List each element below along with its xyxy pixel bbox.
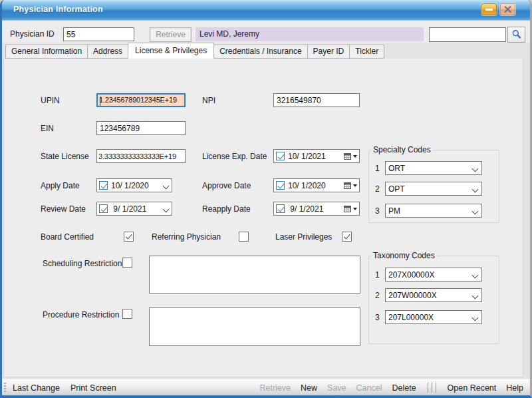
apply-date-value: 10/ 1/2020 <box>111 181 162 190</box>
board-certified-label: Board Certified <box>41 232 94 242</box>
license-exp-date-value: 10/ 1/2021 <box>288 152 344 161</box>
taxonomy-1-dropdown[interactable]: 207X00000X <box>385 268 482 282</box>
dropdown-arrow-icon <box>353 208 357 210</box>
save-button[interactable]: Save <box>327 383 346 393</box>
laser-privileges-checkbox[interactable] <box>342 232 352 242</box>
apply-date-checkbox[interactable] <box>99 181 108 190</box>
review-date-value: 9/ 1/2021 <box>111 204 162 214</box>
help-button[interactable]: Help <box>506 383 523 393</box>
ein-label: EIN <box>41 124 54 133</box>
reapply-date-label: Reapply Date <box>202 204 251 214</box>
search-button[interactable] <box>507 27 525 43</box>
license-exp-date-checkbox[interactable] <box>276 152 285 160</box>
tab-payer-id[interactable]: Payer ID <box>307 45 350 59</box>
physician-id-input[interactable] <box>63 27 134 41</box>
approve-date-picker[interactable]: 10/ 1/2020 <box>273 178 360 192</box>
approve-date-label: Approve Date <box>202 181 251 190</box>
tab-tickler[interactable]: Tickler <box>349 45 384 59</box>
chevron-down-icon <box>471 314 478 321</box>
tab-general-information[interactable]: General Information <box>5 45 88 59</box>
search-icon <box>511 29 522 40</box>
upin-input[interactable]: 1.23456789012345E+19 <box>96 93 186 107</box>
minimize-button[interactable] <box>481 3 497 15</box>
chevron-down-icon <box>471 165 478 172</box>
chevron-down-icon <box>471 292 478 299</box>
specialty-3-dropdown[interactable]: PM <box>385 204 482 218</box>
taxonomy-2-dropdown[interactable]: 207W00000X <box>385 288 482 302</box>
state-license-input[interactable] <box>96 149 186 163</box>
tab-license-privileges[interactable]: License & Privileges <box>128 43 214 59</box>
apply-date-picker[interactable]: 10/ 1/2020 <box>96 178 172 192</box>
upin-label: UPIN <box>41 96 60 105</box>
toolbar-grip[interactable] <box>4 383 6 393</box>
scheduling-restriction-checkbox[interactable] <box>122 258 132 268</box>
specialty-2-dropdown[interactable]: OPT <box>385 182 482 196</box>
ein-input[interactable] <box>96 121 186 135</box>
tab-address[interactable]: Address <box>87 45 128 59</box>
chevron-down-icon <box>471 208 478 214</box>
review-date-picker[interactable]: 9/ 1/2021 <box>96 202 172 216</box>
taxonomy-2-number: 2 <box>375 291 380 300</box>
tab-credentials-insurance[interactable]: Credentials / Insurance <box>213 45 307 59</box>
delete-button[interactable]: Delete <box>392 383 416 393</box>
reapply-date-checkbox[interactable] <box>276 204 285 213</box>
apply-date-label: Apply Date <box>41 181 80 190</box>
license-privileges-panel: UPIN 1.23456789012345E+19 NPI EIN State … <box>3 59 523 377</box>
calendar-icon <box>344 153 351 160</box>
close-button[interactable] <box>500 3 515 15</box>
reapply-date-picker[interactable]: 9/ 1/2021 <box>273 202 360 216</box>
header-bar: Physician ID Retrieve Levi MD, Jeremy <box>2 21 530 43</box>
last-change-button[interactable]: Last Change <box>13 383 60 393</box>
board-certified-checkbox[interactable] <box>124 232 134 242</box>
referring-physician-checkbox[interactable] <box>239 232 249 242</box>
referring-physician-label: Referring Physician <box>152 232 221 242</box>
physician-id-label: Physician ID <box>10 29 55 39</box>
license-exp-date-label: License Exp. Date <box>202 152 267 161</box>
physician-name-display: Levi MD, Jeremy <box>196 27 424 41</box>
procedure-restriction-textarea[interactable] <box>149 307 360 346</box>
approve-date-value: 10/ 1/2020 <box>288 181 344 190</box>
procedure-restriction-checkbox[interactable] <box>122 309 132 319</box>
cancel-button[interactable]: Cancel <box>356 383 382 393</box>
scheduling-restriction-label: Scheduling Restriction <box>43 259 122 268</box>
state-license-label: State License <box>41 152 89 161</box>
minimize-icon <box>485 9 493 11</box>
taxonomy-3-dropdown[interactable]: 207L00000X <box>385 310 482 324</box>
bottom-toolbar: Last Change Print Screen Retrieve New Sa… <box>2 379 530 396</box>
specialty-3-number: 3 <box>375 206 380 216</box>
chevron-down-icon <box>471 186 478 192</box>
specialty-codes-title: Specialty Codes <box>371 145 433 154</box>
scheduling-restriction-textarea[interactable] <box>149 256 360 294</box>
taxonomy-codes-title: Taxonomy Codes <box>371 251 437 260</box>
print-screen-button[interactable]: Print Screen <box>70 383 116 393</box>
specialty-2-number: 2 <box>375 184 380 194</box>
approve-date-checkbox[interactable] <box>276 181 285 190</box>
text-caret <box>100 97 100 106</box>
laser-privileges-label: Laser Privileges <box>275 232 332 242</box>
dropdown-arrow-icon <box>353 155 357 158</box>
retrieve-toolbar-button[interactable]: Retrieve <box>259 383 291 393</box>
npi-input[interactable] <box>273 93 360 107</box>
calendar-dropdown-button[interactable] <box>344 206 357 212</box>
physician-information-window: Physician Information Physician ID Retri… <box>0 0 532 398</box>
calendar-dropdown-button[interactable] <box>344 153 357 160</box>
calendar-icon <box>344 182 351 189</box>
retrieve-button[interactable]: Retrieve <box>150 27 192 42</box>
review-date-checkbox[interactable] <box>99 204 108 213</box>
chevron-down-icon <box>471 272 478 278</box>
procedure-restriction-label: Procedure Restriction <box>43 310 119 319</box>
calendar-dropdown-button[interactable] <box>344 182 357 189</box>
toolbar-separators <box>428 383 436 393</box>
specialty-1-dropdown[interactable]: ORT <box>385 161 482 175</box>
open-recent-button[interactable]: Open Recent <box>448 383 497 393</box>
chevron-down-icon[interactable] <box>162 182 169 189</box>
new-button[interactable]: New <box>301 383 317 393</box>
npi-label: NPI <box>202 96 215 105</box>
titlebar: Physician Information <box>2 0 530 21</box>
taxonomy-1-number: 1 <box>375 270 380 280</box>
search-input[interactable] <box>429 27 506 42</box>
license-exp-date-picker[interactable]: 10/ 1/2021 <box>273 149 360 163</box>
chevron-down-icon[interactable] <box>162 206 169 212</box>
calendar-icon <box>344 206 351 212</box>
review-date-label: Review Date <box>41 204 86 214</box>
